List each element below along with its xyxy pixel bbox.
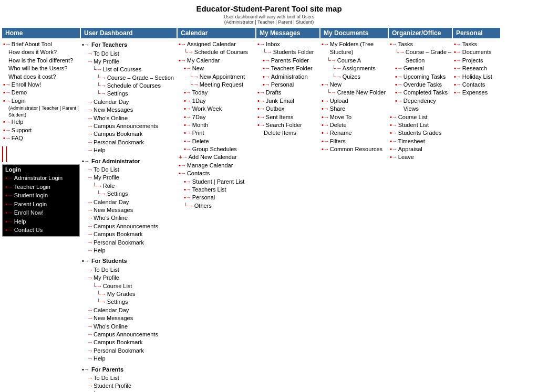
- list-item[interactable]: →Personal Bookmark: [87, 239, 177, 247]
- list-item[interactable]: └→Course – Grade – Section: [395, 48, 452, 65]
- list-item[interactable]: →Campus Bookmark: [87, 130, 177, 138]
- list-item[interactable]: •→Sent Items: [257, 113, 319, 121]
- list-item[interactable]: •→My Calendar: [179, 57, 255, 65]
- list-item[interactable]: •→Group Schedules: [184, 145, 255, 153]
- list-item[interactable]: └→Schedule of Courses: [97, 82, 177, 90]
- list-item[interactable]: •→Demo: [3, 89, 80, 97]
- list-item[interactable]: •→Tasks: [390, 40, 452, 48]
- list-item[interactable]: └→Meeting Request: [189, 81, 255, 89]
- list-item[interactable]: └→Settings: [97, 190, 177, 198]
- list-item[interactable]: └→Students Folder: [263, 48, 319, 56]
- list-item[interactable]: •→Junk Email: [257, 97, 319, 105]
- list-item[interactable]: •→Student login: [5, 191, 77, 200]
- list-item[interactable]: •→Overdue Tasks: [395, 81, 452, 89]
- list-item[interactable]: •→My Folders (Tree Stucture): [322, 40, 388, 57]
- list-item[interactable]: •→Help: [5, 217, 77, 226]
- list-item[interactable]: →Campus Bookmark: [87, 230, 177, 238]
- list-item[interactable]: •→Inbox: [257, 40, 319, 48]
- list-item[interactable]: •→Research: [454, 65, 500, 72]
- list-item[interactable]: →Calendar Day: [87, 198, 177, 206]
- list-item[interactable]: •→Rename: [322, 129, 388, 137]
- list-item[interactable]: •→Appraisal: [390, 145, 452, 153]
- list-item[interactable]: •→Leave: [390, 153, 452, 161]
- list-item[interactable]: →Calendar Day: [87, 306, 177, 314]
- list-item[interactable]: •→Teacher Login: [5, 183, 77, 192]
- list-item[interactable]: •→Upcoming Tasks: [395, 73, 452, 81]
- list-item[interactable]: →My Profile: [87, 274, 177, 282]
- list-item[interactable]: └→Create New Folder: [327, 89, 388, 97]
- list-item[interactable]: •→Print: [184, 129, 255, 137]
- list-item[interactable]: •→Dependency Views: [395, 97, 452, 113]
- list-item[interactable]: └→Assignments: [332, 65, 388, 72]
- list-item[interactable]: •→1Day: [184, 97, 255, 105]
- list-item[interactable]: └→New Appointment: [189, 73, 255, 81]
- list-item[interactable]: →Student Profile: [87, 382, 177, 390]
- list-item[interactable]: •→Delete: [184, 137, 255, 145]
- list-item[interactable]: •→Contacts: [454, 81, 500, 89]
- list-item[interactable]: •→Contact Us: [5, 226, 77, 235]
- list-item[interactable]: •→Course List: [390, 113, 452, 121]
- list-item[interactable]: →Campus Announcements: [87, 331, 177, 338]
- list-item[interactable]: →To Do List: [87, 266, 177, 274]
- list-item[interactable]: •→Documents: [454, 48, 500, 56]
- list-item[interactable]: •→Students Grades: [390, 129, 452, 137]
- list-item[interactable]: •→Manage Calendar: [179, 162, 255, 169]
- list-item[interactable]: •→Enroll Now!: [3, 81, 80, 89]
- list-item[interactable]: •→Brief About Tool: [3, 40, 80, 48]
- list-item[interactable]: •→Student | Parent List: [184, 178, 255, 186]
- list-item[interactable]: →To Do List: [87, 374, 177, 382]
- list-item[interactable]: └→List of Courses: [92, 66, 177, 73]
- list-item[interactable]: •→Upload: [322, 97, 388, 105]
- list-item[interactable]: →Who's Online: [87, 214, 177, 222]
- list-item[interactable]: └→Settings: [97, 298, 177, 306]
- list-item[interactable]: •→Delete: [322, 121, 388, 129]
- list-item[interactable]: →New Messages: [87, 314, 177, 322]
- list-item[interactable]: •→Today: [184, 89, 255, 97]
- list-item[interactable]: └→Others: [184, 202, 255, 210]
- list-item[interactable]: •→Expenses: [454, 89, 500, 97]
- list-item[interactable]: →My Profile: [87, 58, 177, 66]
- list-item[interactable]: →Campus Bookmark: [87, 338, 177, 346]
- list-item[interactable]: +→Add New Calendar: [179, 153, 255, 161]
- list-item[interactable]: •→Login: [3, 97, 80, 105]
- list-item[interactable]: →Help: [87, 355, 177, 363]
- list-item[interactable]: •→Move To: [322, 113, 388, 121]
- list-item[interactable]: └→Settings: [97, 90, 177, 98]
- list-item[interactable]: •→Month: [184, 121, 255, 129]
- list-item[interactable]: •→Assigned Calendar: [179, 40, 255, 48]
- list-item[interactable]: •→Tasks: [454, 40, 500, 48]
- list-item[interactable]: →New Messages: [87, 206, 177, 214]
- list-item[interactable]: •→Filters: [322, 137, 388, 145]
- list-item[interactable]: └→Quizes: [332, 73, 388, 81]
- list-item[interactable]: •→Outbox: [257, 105, 319, 113]
- list-item[interactable]: →Personal Bookmark: [87, 347, 177, 355]
- list-item[interactable]: →Campus Announcements: [87, 223, 177, 230]
- list-item[interactable]: •→Teachers List: [184, 186, 255, 194]
- list-item[interactable]: →To Do List: [87, 50, 177, 58]
- list-item[interactable]: •→Work Week: [184, 105, 255, 113]
- list-item[interactable]: •→Personal: [184, 194, 255, 202]
- list-item[interactable]: →Calendar Day: [87, 98, 177, 106]
- list-item[interactable]: •→Contacts: [179, 169, 255, 177]
- list-item[interactable]: •→Drafts: [257, 89, 319, 97]
- list-item[interactable]: •→Enroll Now!: [5, 208, 77, 217]
- list-item[interactable]: •→Timesheet: [390, 137, 452, 145]
- list-item[interactable]: •→7Day: [184, 113, 255, 121]
- list-item[interactable]: └→Course – Grade – Section: [97, 74, 177, 82]
- list-item[interactable]: •→New: [322, 81, 388, 89]
- list-item[interactable]: →Personal Bookmark: [87, 139, 177, 146]
- list-item[interactable]: •→General: [395, 65, 452, 72]
- list-item[interactable]: →My Profile: [87, 174, 177, 182]
- list-item[interactable]: •→Administration: [263, 73, 319, 81]
- list-item[interactable]: •→Completed Tasks: [395, 89, 452, 97]
- list-item[interactable]: •→Student List: [390, 121, 452, 129]
- list-item[interactable]: •→Support: [3, 126, 80, 134]
- list-item[interactable]: •→Parents Folder: [263, 57, 319, 65]
- list-item[interactable]: •→Projects: [454, 57, 500, 65]
- list-item[interactable]: →Help: [87, 146, 177, 154]
- list-item[interactable]: •→Adminstrator Login: [5, 174, 77, 183]
- list-item[interactable]: →New Messages: [87, 106, 177, 114]
- list-item[interactable]: └→Schedule of Courses: [184, 48, 255, 56]
- list-item[interactable]: •→Help: [3, 118, 80, 126]
- list-item[interactable]: →Help: [87, 247, 177, 255]
